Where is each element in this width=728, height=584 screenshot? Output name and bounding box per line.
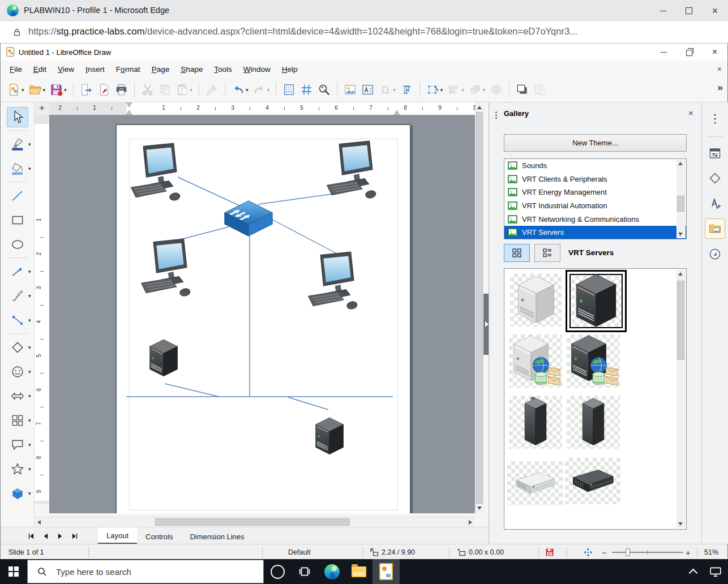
theme-list-scrollbar[interactable] [676,160,686,238]
zoom-out-button[interactable]: − [602,544,607,560]
horizontal-scrollbar[interactable] [35,517,475,527]
scrollbar-thumb[interactable] [677,196,684,212]
rectangle-button[interactable] [1,208,34,232]
scroll-up-arrow[interactable] [477,106,482,109]
theme-vrt-clients-peripherals[interactable]: VRT Clients & Peripherals [504,173,686,186]
url-text[interactable]: https://stg.practice-labs.com/device-adv… [28,26,719,40]
menu-file[interactable]: File [4,63,28,76]
dropdown-arrow-icon[interactable]: ▾ [28,369,31,375]
menu-window[interactable]: Window [238,63,276,76]
dropdown-arrow-icon[interactable]: ▾ [246,87,249,93]
last-page-button[interactable] [67,527,82,544]
workstation-mid-left[interactable] [142,239,191,297]
dropdown-arrow-icon[interactable]: ▾ [28,418,31,423]
menu-format[interactable]: Format [110,63,146,76]
shapes-deck-tab[interactable] [705,169,725,188]
network-switch[interactable] [225,201,272,236]
display-grid-button[interactable] [281,81,297,99]
menu-help[interactable]: Help [276,63,303,76]
server-bottom[interactable] [316,418,344,454]
fill-color-button[interactable]: ▾ [1,156,34,181]
menu-tools[interactable]: Tools [208,63,238,76]
theme-sounds[interactable]: Sounds [504,159,686,173]
insert-text-box-button[interactable] [359,81,376,99]
app-restore-button[interactable] [676,44,702,61]
gallery-item-rackmount-light[interactable] [507,461,563,505]
new-document-button[interactable]: ▾ [6,81,26,99]
close-document-button[interactable]: × [717,65,722,74]
browser-minimize-button[interactable] [650,0,676,22]
app-close-button[interactable]: × [702,44,727,61]
menu-edit[interactable]: Edit [28,63,52,76]
transformations-button[interactable]: ▾ [425,81,445,99]
redo-button[interactable]: ▾ [251,81,272,99]
taskbar-edge-button[interactable] [318,559,345,584]
export-button[interactable] [78,81,95,99]
dropdown-arrow-icon[interactable]: ▾ [64,87,67,93]
workstation-mid-right[interactable] [309,252,358,310]
basic-shapes-button[interactable]: ▾ [1,335,34,359]
menu-shape[interactable]: Shape [175,63,208,76]
gallery-item-web-server-light[interactable] [509,334,562,388]
scroll-right-arrow[interactable] [469,520,472,525]
browser-maximize-button[interactable] [676,0,702,22]
margin-marker[interactable] [126,110,132,115]
clone-formatting-button[interactable] [204,81,220,99]
zoom-tool-button[interactable] [316,81,332,99]
ellipse-button[interactable] [1,232,34,256]
scroll-down-arrow[interactable] [477,506,482,510]
browser-address-bar[interactable]: https://stg.practice-labs.com/device-adv… [0,22,728,44]
align-objects-button[interactable]: ▾ [446,81,466,99]
next-page-button[interactable] [53,527,67,544]
server-left[interactable] [150,340,178,376]
dropdown-arrow-icon[interactable]: ▾ [28,466,31,472]
libreoffice-draw-taskbar-button[interactable] [372,559,400,584]
save-button[interactable]: ▾ [48,81,68,99]
gallery-item-web-server-dark[interactable] [567,334,620,388]
task-view-button[interactable] [291,559,318,584]
gallery-item-server-tower-light[interactable] [510,273,562,327]
connector-line[interactable] [178,177,244,208]
theme-vrt-energy-management[interactable]: VRT Energy Management [504,186,686,199]
show-hidden-icons-button[interactable] [683,559,703,584]
gallery-items-scrollbar[interactable] [676,269,686,529]
taskbar-search[interactable] [27,560,264,583]
properties-deck-tab[interactable] [705,144,725,163]
icon-view-button[interactable] [504,244,530,262]
zoom-level[interactable]: 51% [704,544,718,560]
show-draw-functions-button[interactable] [532,81,548,99]
gallery-item-rack-tower-vented[interactable] [567,396,620,449]
new-theme-button[interactable]: New Theme... [504,134,687,152]
block-arrows-button[interactable]: ▾ [1,384,34,408]
sidebar-menu-tab[interactable] [705,109,725,128]
dropdown-arrow-icon[interactable]: ▾ [28,269,31,274]
copy-button[interactable] [157,81,173,99]
callout-shapes-button[interactable]: ▾ [1,432,34,457]
connector-line[interactable] [165,384,219,397]
theme-vrt-networking-communications[interactable]: VRT Networking & Communications [504,212,686,226]
gallery-deck-tab[interactable] [705,218,725,239]
app-minimize-button[interactable] [651,44,676,61]
dropdown-arrow-icon[interactable]: ▾ [22,87,24,93]
stars-and-banners-button[interactable]: ▾ [1,457,34,481]
open-button[interactable]: ▾ [27,81,48,99]
detail-view-button[interactable] [534,244,560,262]
paste-button[interactable]: ▾ [174,81,195,99]
insert-line-button[interactable] [1,183,34,208]
arrange-button[interactable]: ▾ [467,81,487,99]
connector-line[interactable] [271,219,336,253]
zoom-slider-track[interactable] [612,552,683,553]
theme-vrt-servers[interactable]: VRT Servers [504,226,686,239]
dropdown-arrow-icon[interactable]: ▾ [28,293,31,299]
file-explorer-button[interactable] [345,559,372,584]
line-color-button[interactable]: ▾ [1,132,34,156]
scroll-down-arrow[interactable] [678,233,683,236]
dropdown-arrow-icon[interactable]: ▾ [483,87,486,93]
vertical-scrollbar[interactable] [475,102,484,513]
insert-special-character-button[interactable]: ▾ [377,81,397,99]
search-input[interactable] [55,566,244,577]
menu-page[interactable]: Page [146,63,175,76]
shadow-button[interactable] [514,81,530,99]
connector-line[interactable] [258,194,336,204]
fit-slide-button[interactable] [584,544,593,560]
